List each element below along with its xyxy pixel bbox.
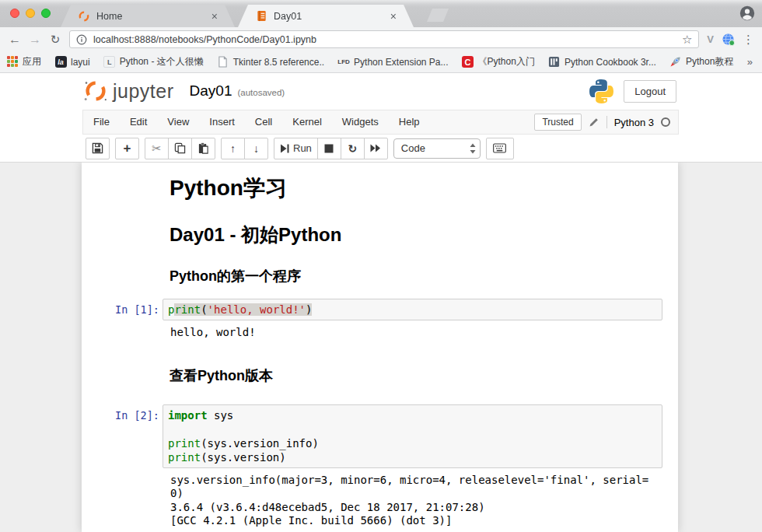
paste-cell-button[interactable] [191, 138, 215, 159]
browser-tab-strip: Home × Day01 × [0, 0, 762, 27]
address-bar[interactable]: localhost:8888/notebooks/PythonCode/Day0… [69, 30, 699, 48]
cell-output-1: hello, world! [170, 326, 662, 340]
bookmark-python-blog[interactable]: L Python - 这个人很懒 [103, 55, 204, 68]
markdown-heading-1[interactable]: Python学习 [170, 173, 662, 203]
reload-button[interactable]: ↻ [45, 33, 65, 47]
forward-button[interactable]: → [25, 33, 45, 47]
lfd-icon: LFD [337, 56, 350, 68]
move-cell-down-button[interactable]: ↓ [244, 138, 268, 159]
tab-day01[interactable]: Day01 × [238, 5, 414, 27]
page-info-icon[interactable] [76, 34, 87, 45]
add-cell-button[interactable]: + [115, 138, 139, 159]
apps-grid-icon [6, 56, 19, 68]
edit-pencil-icon [589, 117, 599, 128]
extension-globe-icon[interactable] [722, 33, 735, 46]
cut-cell-button[interactable]: ✂ [145, 138, 169, 159]
tab-close-icon[interactable]: × [390, 11, 397, 22]
bookmark-star-icon[interactable]: ☆ [682, 33, 692, 47]
bookmark-label: Python - 这个人很懒 [120, 55, 204, 68]
tab-title: Home [96, 11, 205, 22]
jupyter-favicon-icon [78, 10, 90, 23]
bookmark-label: Python Extension Pa... [354, 57, 448, 68]
kernel-idle-indicator-icon [661, 117, 670, 127]
menu-widgets[interactable]: Widgets [332, 110, 389, 134]
markdown-heading-4[interactable]: 查看Python版本 [170, 366, 662, 385]
tab-close-icon[interactable]: × [211, 11, 218, 22]
jupyter-menubar: File Edit View Insert Cell Kernel Widget… [82, 110, 679, 135]
cell-type-select[interactable]: Code [393, 138, 481, 159]
csdn-c-icon: C [462, 56, 474, 68]
code-input-2[interactable]: import sys print(sys.version_info)print(… [163, 404, 662, 468]
bookmark-label: 《Python入门 [478, 55, 535, 68]
jupyter-header: jupyter Day01 (autosaved) Logout [0, 73, 762, 109]
browser-toolbar: ← → ↻ localhost:8888/notebooks/PythonCod… [0, 27, 762, 51]
bookmark-label: 应用 [23, 55, 41, 68]
bookmark-cookbook[interactable]: Python Cookbook 3r... [548, 56, 656, 68]
menu-help[interactable]: Help [389, 110, 430, 134]
interrupt-kernel-button[interactable] [317, 138, 341, 159]
notebook-favicon-icon [255, 10, 267, 23]
menu-insert[interactable]: Insert [199, 110, 245, 134]
rocket-icon [669, 56, 682, 68]
zoom-window-button[interactable] [41, 9, 51, 18]
logout-button[interactable]: Logout [624, 80, 676, 103]
book-icon [548, 56, 561, 68]
menu-edit[interactable]: Edit [120, 110, 157, 134]
extension-v-icon[interactable]: V [707, 33, 714, 45]
letter-l-icon: L [103, 56, 115, 68]
save-button[interactable] [86, 138, 110, 159]
menu-file[interactable]: File [83, 110, 120, 134]
bookmark-tkinter[interactable]: Tkinter 8.5 reference.. [217, 56, 324, 68]
new-tab-button[interactable] [427, 9, 449, 22]
restart-run-all-button[interactable] [364, 138, 388, 159]
notebook-container: Python学习 Day01 - 初始Python Python的第一个程序 I… [82, 163, 678, 532]
jupyter-logo-text: jupyter [113, 80, 174, 103]
bookmark-label: Python教程 [686, 55, 733, 68]
command-palette-button[interactable] [486, 138, 514, 159]
run-label: Run [293, 142, 312, 154]
run-cell-button[interactable]: Run [274, 138, 318, 159]
markdown-heading-2[interactable]: Day01 - 初始Python [170, 222, 662, 247]
markdown-heading-3[interactable]: Python的第一个程序 [170, 267, 662, 285]
bookmark-label: Tkinter 8.5 reference.. [233, 57, 324, 68]
menu-cell[interactable]: Cell [245, 110, 282, 134]
python-logo-icon [589, 79, 614, 104]
bookmark-python-extension[interactable]: LFD Python Extension Pa... [337, 56, 448, 68]
cell-output-2: sys.version_info(major=3, minor=6, micro… [170, 474, 662, 528]
cell-type-value: Code [401, 142, 425, 154]
back-button[interactable]: ← [5, 33, 25, 47]
keyboard-icon [493, 143, 506, 153]
jupyter-logo-icon [83, 79, 108, 103]
notebook-title[interactable]: Day01 [190, 82, 232, 100]
minimize-window-button[interactable] [26, 9, 35, 18]
chrome-menu-icon[interactable]: ⋮ [743, 33, 754, 47]
close-window-button[interactable] [10, 9, 19, 18]
copy-cell-button[interactable] [168, 138, 192, 159]
bookmarks-bar: 应用 la layui L Python - 这个人很懒 Tkinter 8.5… [0, 51, 762, 73]
bookmarks-overflow-chevron[interactable]: » [747, 56, 756, 68]
bookmark-python-intro[interactable]: C 《Python入门 [462, 55, 535, 68]
divider [606, 116, 607, 128]
tab-home[interactable]: Home × [61, 5, 235, 27]
bookmark-python-tutorial[interactable]: Python教程 [669, 55, 733, 68]
kernel-name: Python 3 [614, 117, 654, 128]
code-input-1[interactable]: print('hello, world!') [163, 299, 662, 320]
jupyter-toolbar: + ✂ ↑ ↓ Run ↻ Code [0, 135, 762, 163]
input-prompt: In [2]: [82, 404, 163, 422]
select-arrows-icon [470, 143, 476, 154]
code-cell-2: In [2]: import sys print(sys.version_inf… [82, 404, 678, 468]
layui-icon: la [55, 56, 67, 68]
bookmark-apps[interactable]: 应用 [6, 55, 41, 68]
profile-avatar-icon[interactable] [739, 5, 756, 22]
move-cell-up-button[interactable]: ↑ [221, 138, 245, 159]
restart-kernel-button[interactable]: ↻ [341, 138, 365, 159]
bookmark-label: layui [71, 57, 90, 68]
notebook-scroll-area[interactable]: Python学习 Day01 - 初始Python Python的第一个程序 I… [0, 163, 762, 532]
menu-kernel[interactable]: Kernel [282, 110, 332, 134]
url-text[interactable]: localhost:8888/notebooks/PythonCode/Day0… [93, 34, 682, 45]
jupyter-logo[interactable]: jupyter [83, 79, 174, 103]
trusted-button[interactable]: Trusted [534, 114, 581, 131]
code-cell-1: In [1]: print('hello, world!') [82, 299, 678, 320]
bookmark-layui[interactable]: la layui [54, 56, 90, 68]
menu-view[interactable]: View [157, 110, 199, 134]
